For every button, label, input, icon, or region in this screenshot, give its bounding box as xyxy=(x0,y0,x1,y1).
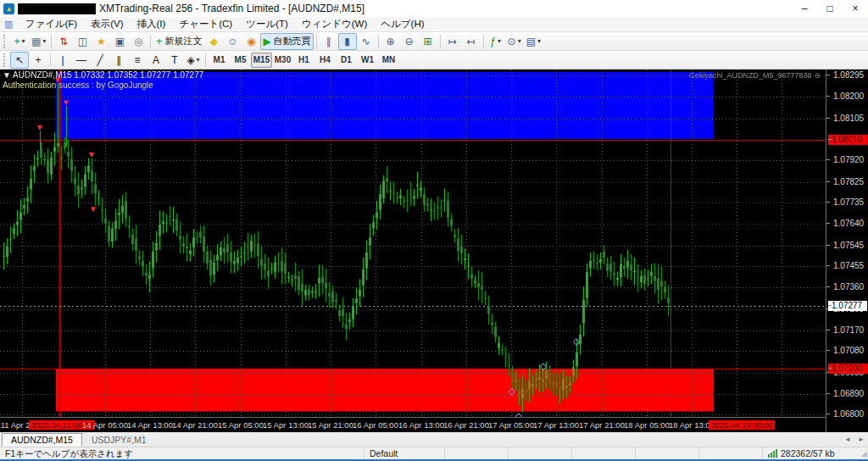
menu-item-view[interactable]: 表示(V) xyxy=(84,17,130,31)
status-bar: F1キーでヘルプが表示されます Default 282362/57 kb ◢ xyxy=(0,447,868,461)
navigator-button[interactable]: ★ xyxy=(92,33,110,50)
chart-line-button[interactable]: ∿ xyxy=(357,33,376,50)
chart-bars-icon: ∥ xyxy=(326,36,331,47)
timeframe-m15[interactable]: M15 xyxy=(251,53,272,68)
timeframe-h4[interactable]: H4 xyxy=(314,53,336,68)
data-window-icon: ◫ xyxy=(78,36,87,47)
tab-audnzd-m15[interactable]: AUDNZD#,M15 xyxy=(2,433,82,447)
toolbar-separator xyxy=(205,53,206,67)
signals-button[interactable]: ◉ xyxy=(242,33,260,50)
time-axis-label: 17 Apr 13:00 xyxy=(533,420,579,430)
auto-scroll-button[interactable]: ↦ xyxy=(443,33,462,50)
tab-scroll-right-icon[interactable]: ► xyxy=(854,433,868,447)
new-chart-button[interactable]: +▾ xyxy=(10,33,29,50)
zoom-in-icon: ⊕ xyxy=(387,36,395,47)
toolbar-drag-handle[interactable] xyxy=(3,53,8,67)
lower-level-price-label: 1.07000 xyxy=(828,364,867,374)
chart-plot[interactable] xyxy=(0,69,826,417)
timeframe-m5[interactable]: M5 xyxy=(230,53,251,68)
profiles-dropdown-icon[interactable]: ▾ xyxy=(42,37,46,45)
menu-item-help[interactable]: ヘルプ(H) xyxy=(374,17,431,31)
toolbar-drag-handle[interactable] xyxy=(3,35,8,48)
standard-toolbar: +▾▦▾⇅◫★▣◎+新規注文◆☺◉▶自動売買∥▮∿⊕⊖⊞↦↤ƒ▾⊙▾▤▾ xyxy=(0,32,868,51)
toolbar-separator xyxy=(440,35,441,48)
equidistant-channel-icon: ∥ xyxy=(116,54,121,66)
chart-bars-button[interactable]: ∥ xyxy=(320,33,338,50)
tab-scroll-left-icon[interactable]: ◄ xyxy=(841,433,854,447)
price-axis-label: 1.08105 xyxy=(826,114,868,124)
strategy-tester-button[interactable]: ◎ xyxy=(129,33,147,50)
text-icon: A xyxy=(153,54,159,66)
periods-button[interactable]: ⊙▾ xyxy=(505,33,524,50)
zoom-in-button[interactable]: ⊕ xyxy=(381,33,400,50)
tile-windows-button[interactable]: ⊞ xyxy=(419,33,437,50)
horizontal-line-button[interactable]: — xyxy=(72,52,91,69)
indicators-dropdown-icon[interactable]: ▾ xyxy=(498,37,501,45)
crosshair-button[interactable]: + xyxy=(29,52,47,69)
time-axis[interactable]: 11 Apr 20252025.04.11 06:0014 Apr 05:001… xyxy=(0,417,826,432)
text-label-button[interactable]: T xyxy=(165,52,184,69)
menu-item-insert[interactable]: 挿入(I) xyxy=(131,17,173,31)
price-axis[interactable]: 1.082951.082001.081051.079201.078251.077… xyxy=(826,69,868,432)
menu-item-file[interactable]: ファイル(F) xyxy=(18,17,84,31)
chart-shift-button[interactable]: ↤ xyxy=(462,33,481,50)
trendline-button[interactable]: ╱ xyxy=(91,52,109,69)
indicators-button[interactable]: ƒ▾ xyxy=(487,33,505,50)
cursor-button[interactable]: ↖ xyxy=(10,52,29,69)
chart-ohlc-header: ▼ AUDNZD#,M15 1.07332 1.07352 1.07277 1.… xyxy=(3,70,203,80)
crosshair-icon: + xyxy=(35,54,41,66)
ea-comment: Authentication success : by GogoJungle xyxy=(3,81,153,90)
maximize-button[interactable]: □ xyxy=(817,0,843,17)
menu-item-window[interactable]: ウィンドウ(W) xyxy=(295,17,374,31)
autotrading-button[interactable]: ▶自動売買 xyxy=(260,33,313,50)
timeframe-w1[interactable]: W1 xyxy=(357,53,378,68)
periods-icon: ⊙ xyxy=(508,36,516,47)
menu-item-charts[interactable]: チャート(C) xyxy=(172,17,239,31)
time-axis-label: 18 Apr 13:00 xyxy=(669,420,715,430)
timeframe-mn[interactable]: MN xyxy=(378,53,399,68)
market-watch-icon: ⇅ xyxy=(59,36,68,47)
arrows-button[interactable]: ◈▾ xyxy=(184,52,203,69)
zoom-out-icon: ⊖ xyxy=(405,36,414,47)
fibonacci-button[interactable]: ≡ xyxy=(128,52,147,69)
community-button[interactable]: ☺ xyxy=(223,33,242,50)
metaeditor-button[interactable]: ◆ xyxy=(204,33,223,50)
data-window-button[interactable]: ◫ xyxy=(73,33,92,50)
chart-candles-button[interactable]: ▮ xyxy=(338,33,357,50)
indicator-name-label: Gekiyachi_AUDNZD_M5_96777838 ⊜ xyxy=(689,71,821,80)
market-watch-button[interactable]: ⇅ xyxy=(54,33,73,50)
status-connection: 282362/57 kb xyxy=(763,447,858,459)
price-axis-label: 1.07170 xyxy=(826,325,868,336)
chart-tab-bar: AUDNZD#,M15 USDJPY#,M1 ◄ ► xyxy=(0,432,868,447)
price-axis-label: 1.07360 xyxy=(826,282,868,292)
terminal-button[interactable]: ▣ xyxy=(110,33,129,50)
templates-dropdown-icon[interactable]: ▾ xyxy=(537,37,541,45)
arrows-icon: ◈ xyxy=(186,54,194,66)
new-order-button[interactable]: +新規注文 xyxy=(153,33,204,50)
arrows-dropdown-icon[interactable]: ▾ xyxy=(197,56,200,64)
horizontal-line-icon: — xyxy=(76,54,86,66)
menu-item-tools[interactable]: ツール(T) xyxy=(239,17,295,31)
resize-grip[interactable]: ◢ xyxy=(858,447,868,459)
timeframe-m30[interactable]: M30 xyxy=(272,53,293,68)
timeframe-m1[interactable]: M1 xyxy=(209,53,230,68)
trendline-icon: ╱ xyxy=(97,54,103,66)
timeframe-h1[interactable]: H1 xyxy=(293,53,314,68)
time-axis-label: 15 Apr 05:00 xyxy=(218,420,264,430)
price-axis-label: 1.07735 xyxy=(826,197,868,208)
timeframe-d1[interactable]: D1 xyxy=(336,53,357,68)
templates-button[interactable]: ▤▾ xyxy=(524,33,543,50)
indicator-collapse-icon[interactable]: ⊜ xyxy=(814,71,821,80)
price-axis-label: 1.06800 xyxy=(826,409,868,419)
tab-usdjpy-m1[interactable]: USDJPY#,M1 xyxy=(82,433,156,447)
minimize-button[interactable]: – xyxy=(792,0,817,17)
zoom-out-button[interactable]: ⊖ xyxy=(400,33,419,50)
close-button[interactable]: × xyxy=(843,0,868,17)
equidistant-channel-button[interactable]: ∥ xyxy=(109,52,128,69)
profiles-button[interactable]: ▦▾ xyxy=(29,33,48,50)
new-chart-dropdown-icon[interactable]: ▾ xyxy=(22,37,25,45)
title-bar: ▲ XMTrading-Real 256 - Tradexfin Limited… xyxy=(0,0,868,17)
vertical-line-button[interactable]: | xyxy=(53,52,72,69)
text-button[interactable]: A xyxy=(147,52,165,69)
periods-dropdown-icon[interactable]: ▾ xyxy=(518,37,521,45)
